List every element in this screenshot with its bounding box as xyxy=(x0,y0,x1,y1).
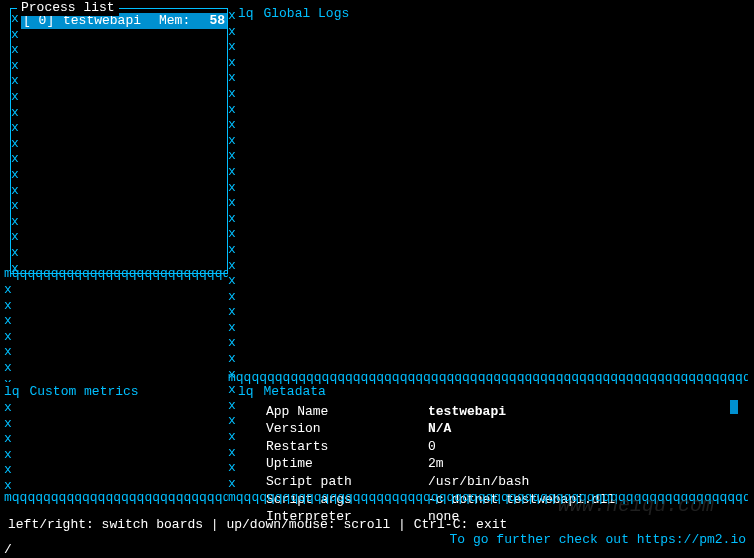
border-qqq-2: mqqqqqqqqqqqqqqqqqqqqqqqqqqqqqqqqqqqqqqq… xyxy=(228,370,748,385)
metadata-cursor xyxy=(730,400,738,414)
metadata-value: N/A xyxy=(424,421,619,437)
metadata-value: 0 xyxy=(424,439,619,455)
prompt[interactable]: / xyxy=(4,542,12,558)
border-qqq-3: mqqqqqqqqqqqqqqqqqqqqqqqqqqqqqqqq xyxy=(4,490,228,505)
footer-link-text[interactable]: To go further check out https://pm2.io xyxy=(450,532,746,548)
metadata-value: testwebapi xyxy=(424,404,619,420)
process-mem-label: Mem: xyxy=(159,13,199,29)
metadata-value: 2m xyxy=(424,456,619,472)
metadata-row: Uptime2m xyxy=(262,456,619,472)
border-lq-prefix: lq xyxy=(238,6,254,21)
global-logs-title: Global Logs xyxy=(261,6,351,21)
metadata-value: /usr/bin/bash xyxy=(424,474,619,490)
border-left-x2: xxxxxx xyxy=(4,400,14,490)
footer-help-text: left/right: switch boards | up/down/mous… xyxy=(8,517,507,532)
global-logs-panel: lq Global Logs xyxy=(238,6,744,376)
metadata-key: Restarts xyxy=(262,439,422,455)
border-lq-prefix: lq xyxy=(238,384,254,399)
border-mid-x: xxxxxxxxxxxxxxxxxxxxxxxxxxxxxxx xyxy=(228,8,238,494)
process-list-title: Process list xyxy=(17,0,119,16)
process-list-panel: Process list [ 0] testwebapi Mem: 58 xxx… xyxy=(10,8,228,274)
footer-bar: left/right: switch boards | up/down/mous… xyxy=(8,517,746,548)
metadata-row: Restarts0 xyxy=(262,439,619,455)
metadata-key: Uptime xyxy=(262,456,422,472)
metadata-row: App Nametestwebapi xyxy=(262,404,619,420)
process-mem-value: 58 xyxy=(199,13,225,29)
custom-metrics-title: Custom metrics xyxy=(27,384,140,399)
border-left-x3: xxxxxxx xyxy=(4,282,14,382)
metadata-table: App NametestwebapiVersionN/ARestarts0Upt… xyxy=(260,402,621,527)
metadata-title: Metadata xyxy=(261,384,327,399)
custom-metrics-panel: lq Custom metrics xxxxxx xyxy=(4,384,228,492)
metadata-key: Version xyxy=(262,421,422,437)
border-left-x: xxxxxxxxxxxxxxxxx xyxy=(11,11,21,273)
metadata-key: App Name xyxy=(262,404,422,420)
border-qqq-1: mqqqqqqqqqqqqqqqqqqqqqqqqqqqqqqqq xyxy=(4,266,228,281)
border-lq-prefix: lq xyxy=(4,384,20,399)
metadata-row: VersionN/A xyxy=(262,421,619,437)
metadata-key: Script path xyxy=(262,474,422,490)
border-qqq-4: mqqqqqqqqqqqqqqqqqqqqqqqqqqqqqqqqqqqqqqq… xyxy=(228,490,748,505)
metadata-row: Script path/usr/bin/bash xyxy=(262,474,619,490)
metadata-panel: lq Metadata App NametestwebapiVersionN/A… xyxy=(238,384,744,492)
